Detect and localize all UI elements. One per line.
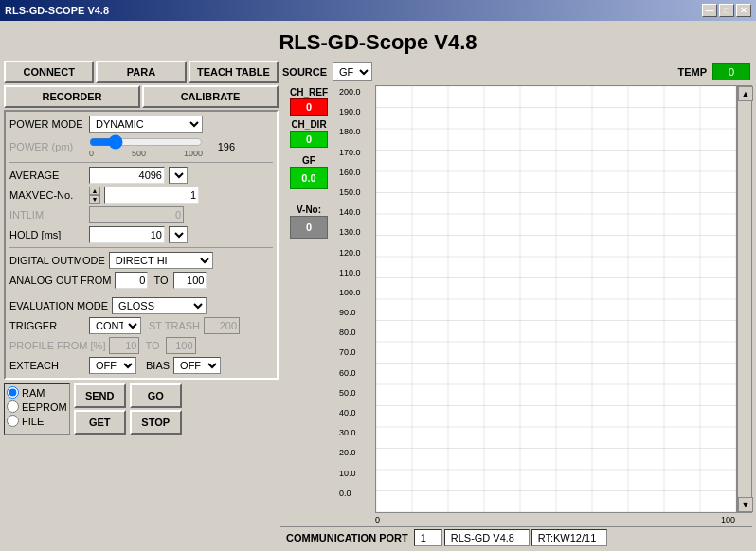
source-select[interactable]: GF <box>333 62 372 81</box>
y-110: 110.0 <box>339 268 373 277</box>
para-button[interactable]: PARA <box>96 61 186 83</box>
power-value: 196 <box>207 141 235 152</box>
ch-dir-value: 0 <box>290 131 328 148</box>
chart-scrollbar[interactable]: ▲ ▼ <box>737 85 752 513</box>
eeprom-row: EEPROM <box>7 400 67 413</box>
window-controls: — □ ✕ <box>702 4 751 17</box>
power-tick-0: 0 <box>89 149 94 158</box>
profile-row: PROFILE FROM [%] TO <box>9 337 273 354</box>
analog-out-label: ANALOG OUT FROM <box>9 275 111 286</box>
intlim-input <box>89 206 184 223</box>
exteach-row: EXTEACH OFF BIAS OFF <box>9 357 273 374</box>
bottom-left: RAM EEPROM FILE SEND GET GO <box>4 383 279 435</box>
go-button[interactable]: GO <box>130 383 182 408</box>
y-20: 20.0 <box>339 448 373 457</box>
maxvec-spinner[interactable]: ▲ ▼ <box>89 187 100 204</box>
window-titlebar: RLS-GD-SCOPE V4.8 — □ ✕ <box>0 0 756 21</box>
trigger-label: TRIGGER <box>9 320 85 331</box>
power-slider[interactable] <box>89 135 203 149</box>
analog-from-input[interactable] <box>115 272 148 289</box>
y-190: 190.0 <box>339 107 373 116</box>
chart-area-wrap: 200.0 190.0 180.0 170.0 160.0 150.0 140.… <box>339 85 752 524</box>
power-tick-500: 500 <box>132 149 146 158</box>
profile-to-label: TO <box>145 340 159 351</box>
channel-indicators: CH_REF 0 CH_DIR 0 GF 0.0 V-No: 0 <box>280 85 337 524</box>
digital-outmode-row: DIGITAL OUTMODE DIRECT HI <box>9 252 273 269</box>
teach-table-button[interactable]: TEACH TABLE <box>189 61 279 83</box>
hold-input[interactable] <box>89 226 165 243</box>
gf-label: GF <box>302 155 315 166</box>
y-60: 60.0 <box>339 368 373 378</box>
ch-ref-value: 0 <box>290 98 328 116</box>
settings-panel: POWER MODE DYNAMIC POWER (pm) 0 500 10 <box>4 110 279 380</box>
calibrate-button[interactable]: CALIBRATE <box>142 85 279 108</box>
scroll-up-arrow[interactable]: ▲ <box>738 86 753 101</box>
maxvec-up[interactable]: ▲ <box>89 187 100 195</box>
maxvec-down[interactable]: ▼ <box>89 195 100 204</box>
trigger-select[interactable]: CONT <box>89 317 141 334</box>
y-90: 90.0 <box>339 308 373 317</box>
y-100: 100.0 <box>339 288 373 297</box>
st-trash-label: ST TRASH <box>149 320 200 331</box>
power-mode-select[interactable]: DYNAMIC <box>89 116 203 133</box>
get-button[interactable]: GET <box>74 410 126 435</box>
file-radio[interactable] <box>7 415 19 427</box>
digital-outmode-select[interactable]: DIRECT HI <box>109 252 213 269</box>
hold-row: HOLD [ms] ▼ <box>9 226 273 243</box>
eeprom-radio[interactable] <box>7 400 19 413</box>
bias-label: BIAS <box>146 360 170 371</box>
intlim-row: INTLIM <box>9 206 273 223</box>
y-80: 80.0 <box>339 328 373 337</box>
stop-button[interactable]: STOP <box>130 410 182 435</box>
file-row: FILE <box>7 415 67 427</box>
maximize-button[interactable]: □ <box>719 4 734 17</box>
average-row: AVERAGE 4096 ▼ <box>9 167 273 184</box>
eval-mode-select[interactable]: GLOSS <box>112 297 207 314</box>
go-stop-group: GO STOP <box>130 383 182 435</box>
power-label: POWER (pm) <box>9 141 85 152</box>
app-title: RLS-GD-Scope V4.8 <box>4 25 752 61</box>
toolbar-row-1: CONNECT PARA TEACH TABLE <box>4 61 279 83</box>
bias-select[interactable]: OFF <box>173 357 221 374</box>
ch-dir-label: CH_DIR <box>291 119 326 130</box>
power-slider-wrap: 0 500 1000 <box>89 135 203 158</box>
close-button[interactable]: ✕ <box>736 4 751 17</box>
window-body: RLS-GD-Scope V4.8 CONNECT PARA TEACH TAB… <box>0 21 756 551</box>
average-label: AVERAGE <box>9 169 85 181</box>
analog-out-row: ANALOG OUT FROM TO <box>9 272 273 289</box>
divider-2 <box>9 247 273 248</box>
trigger-row: TRIGGER CONT ST TRASH <box>9 317 273 334</box>
comm-port-label: COMMUNICATION PORT <box>282 532 412 543</box>
minimize-button[interactable]: — <box>702 4 717 17</box>
power-mode-label: POWER MODE <box>9 118 85 130</box>
y-140: 140.0 <box>339 207 373 217</box>
divider-3 <box>9 293 273 293</box>
eval-mode-row: EVALUATION MODE GLOSS <box>9 297 273 314</box>
exteach-select[interactable]: OFF <box>89 357 136 374</box>
st-trash-input <box>204 317 240 334</box>
hold-label: HOLD [ms] <box>9 229 85 240</box>
connect-button[interactable]: CONNECT <box>4 61 94 83</box>
ch-ref-block: CH_REF 0 <box>290 87 328 116</box>
main-content: CONNECT PARA TEACH TABLE RECORDER CALIBR… <box>4 61 752 547</box>
y-10: 10.0 <box>339 469 373 478</box>
scroll-down-arrow[interactable]: ▼ <box>738 497 753 512</box>
power-mode-row: POWER MODE DYNAMIC <box>9 116 273 133</box>
x-axis-labels: 0 100 <box>339 513 752 524</box>
scroll-thumb <box>738 101 751 497</box>
recorder-button[interactable]: RECORDER <box>4 85 140 108</box>
y-160: 160.0 <box>339 168 373 177</box>
toolbar-row-2: RECORDER CALIBRATE <box>4 85 279 108</box>
analog-to-input[interactable] <box>173 272 207 289</box>
average-input[interactable]: 4096 <box>89 167 165 184</box>
send-button[interactable]: SEND <box>74 383 126 408</box>
ram-radio[interactable] <box>7 386 19 399</box>
vno-block: V-No: 0 <box>290 204 328 239</box>
average-dropdown[interactable]: ▼ <box>169 167 188 184</box>
digital-outmode-label: DIGITAL OUTMODE <box>9 255 105 266</box>
y-0: 0.0 <box>339 489 373 498</box>
status-bar: COMMUNICATION PORT 1 RLS-GD V4.8 RT:KW12… <box>280 526 752 547</box>
hold-dropdown[interactable]: ▼ <box>169 226 188 243</box>
maxvec-input[interactable] <box>104 187 199 204</box>
y-50: 50.0 <box>339 388 373 398</box>
